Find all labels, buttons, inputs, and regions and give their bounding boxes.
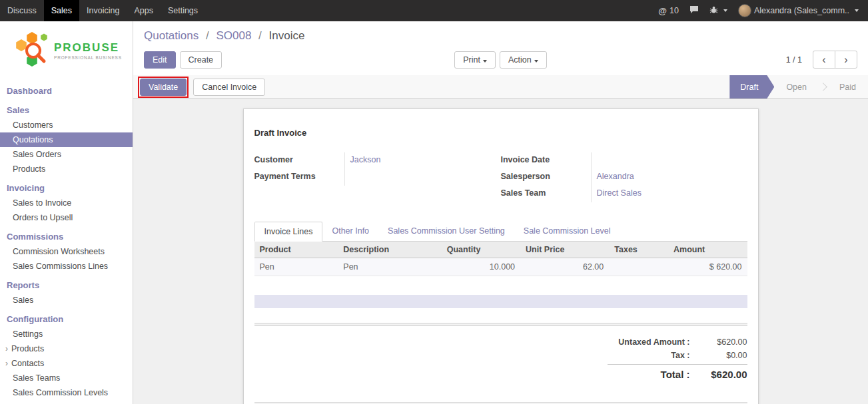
pager-next-button[interactable]: › bbox=[835, 51, 857, 69]
logo-hexagons-icon bbox=[13, 31, 49, 71]
sidebar-item-settings[interactable]: Settings bbox=[0, 327, 133, 341]
status-pipeline: Draft Open Paid bbox=[729, 75, 868, 99]
validate-button[interactable]: Validate bbox=[140, 79, 187, 96]
state-paid[interactable]: Paid bbox=[827, 75, 868, 99]
user-menu[interactable]: Alexandra (Sales_comm.. bbox=[738, 4, 859, 17]
tab-other-info[interactable]: Other Info bbox=[322, 222, 378, 242]
field-groups: Customer Jackson Payment Terms Invoice D… bbox=[254, 152, 747, 202]
breadcrumb-so008[interactable]: SO008 bbox=[216, 29, 251, 42]
cell-description: Pen bbox=[338, 258, 441, 276]
sidebar-section-commissions[interactable]: Commissions bbox=[0, 229, 133, 244]
cell-amount: $ 620.00 bbox=[668, 258, 747, 276]
breadcrumb: Quotations / SO008 / Invoice bbox=[144, 29, 857, 43]
tax-value: $0.00 bbox=[701, 351, 747, 360]
sidebar-item-contacts[interactable]: Contacts bbox=[0, 356, 133, 371]
top-navbar: Discuss Sales Invoicing Apps Settings 10 bbox=[0, 0, 868, 21]
chevron-down-icon bbox=[483, 60, 487, 63]
pager: ‹ › bbox=[813, 51, 857, 69]
sidebar-item-customers[interactable]: Customers bbox=[0, 118, 133, 132]
sales-team-value[interactable]: Direct Sales bbox=[591, 186, 747, 202]
expand-icon bbox=[5, 344, 11, 353]
table-row[interactable]: Pen Pen 10.000 62.00 $ 620.00 bbox=[254, 258, 747, 276]
customer-value[interactable]: Jackson bbox=[344, 152, 501, 169]
sidebar-item-sales-orders[interactable]: Sales Orders bbox=[0, 147, 133, 162]
menu-settings[interactable]: Settings bbox=[161, 0, 205, 21]
menu-invoicing[interactable]: Invoicing bbox=[79, 0, 127, 21]
total-label: Total : bbox=[608, 369, 701, 380]
sidebar-section-configuration[interactable]: Configuration bbox=[0, 311, 133, 327]
menu-apps[interactable]: Apps bbox=[127, 0, 161, 21]
cell-product: Pen bbox=[254, 258, 338, 276]
create-button[interactable]: Create bbox=[180, 51, 222, 69]
messages-button[interactable] bbox=[689, 5, 699, 16]
breadcrumb-current: Invoice bbox=[269, 29, 305, 42]
sidebar-item-orders-to-upsell[interactable]: Orders to Upsell bbox=[0, 210, 133, 225]
menu-sales[interactable]: Sales bbox=[44, 0, 79, 21]
header-amount: Amount bbox=[668, 242, 747, 258]
breadcrumb-quotations[interactable]: Quotations bbox=[144, 29, 199, 42]
sidebar: PROBUSE PROFESSIONAL BUSINESS Dashboard … bbox=[0, 21, 133, 404]
totals-block: Untaxed Amount : $620.00 Tax : $0.00 Tot… bbox=[608, 335, 747, 382]
section-separator bbox=[254, 323, 747, 326]
invoice-lines-table: Product Description Quantity Unit Price … bbox=[254, 242, 747, 276]
total-row: Total : $620.00 bbox=[608, 364, 747, 382]
sidebar-item-sales-teams[interactable]: Sales Teams bbox=[0, 371, 133, 385]
invoice-state-title: Draft Invoice bbox=[254, 128, 747, 138]
header-description: Description bbox=[338, 242, 441, 258]
control-panel-buttons: Edit Create Print Action 1 / 1 ‹ › bbox=[144, 51, 857, 69]
state-draft[interactable]: Draft bbox=[729, 75, 774, 99]
menu-discuss[interactable]: Discuss bbox=[0, 0, 44, 21]
print-dropdown-button[interactable]: Print bbox=[454, 51, 496, 69]
total-value: $620.00 bbox=[701, 369, 747, 380]
tax-label: Tax : bbox=[608, 351, 701, 360]
app-body: PROBUSE PROFESSIONAL BUSINESS Dashboard … bbox=[0, 21, 868, 404]
tab-sales-commission-user-setting[interactable]: Sales Commission User Setting bbox=[378, 222, 514, 242]
probuse-logo: PROBUSE PROFESSIONAL BUSINESS bbox=[0, 21, 133, 79]
breadcrumb-separator: / bbox=[206, 29, 209, 42]
salesperson-value[interactable]: Alexandra bbox=[591, 169, 747, 186]
sidebar-section-sales[interactable]: Sales bbox=[0, 102, 133, 118]
sidebar-item-reports-sales[interactable]: Sales bbox=[0, 293, 133, 307]
user-name-label: Alexandra (Sales_comm.. bbox=[754, 6, 849, 15]
app-window: Discuss Sales Invoicing Apps Settings 10 bbox=[0, 0, 868, 404]
edit-button[interactable]: Edit bbox=[144, 51, 176, 69]
bug-icon bbox=[709, 6, 718, 16]
action-dropdown-button[interactable]: Action bbox=[500, 51, 547, 69]
empty-line-highlight bbox=[254, 295, 747, 308]
sidebar-section-reports[interactable]: Reports bbox=[0, 278, 133, 293]
invoice-date-label: Invoice Date bbox=[501, 152, 591, 169]
sidebar-section-dashboard[interactable]: Dashboard bbox=[0, 83, 133, 99]
chevron-down-icon bbox=[723, 9, 727, 12]
untaxed-amount-row: Untaxed Amount : $620.00 bbox=[608, 335, 747, 349]
notebook-tabs: Invoice Lines Other Info Sales Commissio… bbox=[254, 221, 747, 242]
sidebar-item-products[interactable]: Products bbox=[0, 162, 133, 176]
sidebar-item-config-products[interactable]: Products bbox=[0, 341, 133, 356]
sidebar-item-label: Products bbox=[11, 344, 44, 353]
mentions-button[interactable]: 10 bbox=[658, 6, 679, 16]
debug-menu-button[interactable] bbox=[709, 6, 727, 16]
breadcrumb-separator: / bbox=[258, 29, 262, 42]
sidebar-item-quotations[interactable]: Quotations bbox=[0, 132, 133, 147]
sidebar-item-sales-commissions-lines[interactable]: Sales Commissions Lines bbox=[0, 259, 133, 274]
tax-row: Tax : $0.00 bbox=[608, 349, 747, 362]
sidebar-item-sales-to-invoice[interactable]: Sales to Invoice bbox=[0, 196, 133, 210]
mention-icon bbox=[658, 6, 667, 16]
topbar-right: 10 Alexandra (Sales_comm bbox=[658, 0, 868, 21]
pager-counter[interactable]: 1 / 1 bbox=[786, 55, 802, 65]
header-unit-price: Unit Price bbox=[520, 242, 609, 258]
untaxed-amount-value: $620.00 bbox=[701, 337, 747, 347]
tab-sale-commission-level[interactable]: Sale Commission Level bbox=[514, 222, 620, 242]
cell-unit-price: 62.00 bbox=[520, 258, 609, 276]
tab-invoice-lines[interactable]: Invoice Lines bbox=[254, 222, 323, 242]
sidebar-item-sales-commission-levels[interactable]: Sales Commission Levels bbox=[0, 385, 133, 400]
pager-previous-button[interactable]: ‹ bbox=[813, 51, 835, 69]
sidebar-item-commission-worksheets[interactable]: Commission Worksheets bbox=[0, 244, 133, 259]
state-open[interactable]: Open bbox=[774, 75, 819, 99]
mention-count: 10 bbox=[669, 6, 679, 15]
cancel-invoice-button[interactable]: Cancel Invoice bbox=[193, 79, 265, 96]
chevron-right-icon bbox=[819, 83, 827, 91]
brand-name: PROBUSE bbox=[54, 42, 122, 55]
invoice-sheet: Draft Invoice Customer Jackson Payment T… bbox=[243, 108, 759, 404]
main-panel: Quotations / SO008 / Invoice Edit Create… bbox=[133, 21, 868, 404]
sidebar-section-invoicing[interactable]: Invoicing bbox=[0, 180, 133, 196]
